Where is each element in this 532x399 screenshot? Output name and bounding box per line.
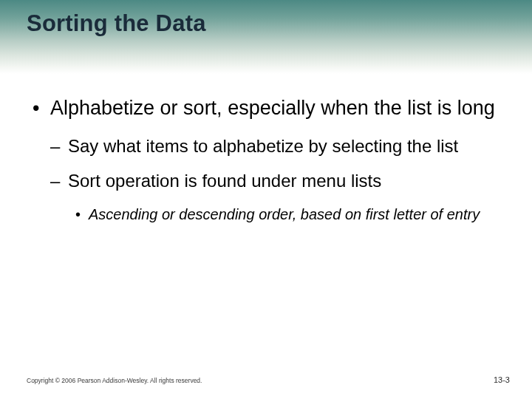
page-number: 13-3 (494, 375, 510, 384)
bullet-level2: Sort operation is found under menu lists (50, 171, 502, 192)
bullet-level3: Ascending or descending order, based on … (74, 205, 502, 223)
copyright-text: Copyright © 2006 Pearson Addison-Wesley.… (27, 377, 202, 384)
content-area: Alphabetize or sort, especially when the… (30, 96, 502, 223)
bullet-level2: Say what items to alphabetize by selecti… (50, 136, 502, 157)
bullet-level1: Alphabetize or sort, especially when the… (30, 96, 502, 120)
slide-title: Sorting the Data (27, 10, 206, 37)
slide: Sorting the Data Alphabetize or sort, es… (0, 0, 532, 399)
